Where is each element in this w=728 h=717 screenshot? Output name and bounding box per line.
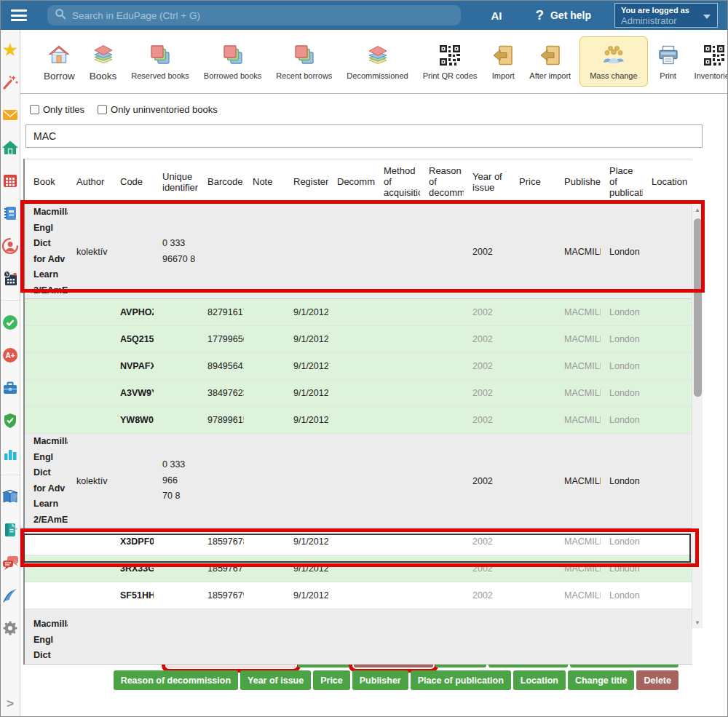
toolbar-item-borrow[interactable]: Borrow: [38, 37, 81, 87]
sidebar-item-star[interactable]: ★: [1, 33, 20, 66]
toolbar-item-decommissioned[interactable]: Decommissioned: [341, 38, 414, 85]
column-header-barcode[interactable]: Barcode: [199, 159, 244, 205]
column-header-book[interactable]: Book: [24, 159, 68, 205]
column-header-decomm[interactable]: Decomm: [328, 159, 375, 205]
global-search-input[interactable]: [72, 10, 422, 21]
scrollbar-thumb[interactable]: [694, 218, 702, 397]
table-row-title[interactable]: MacmillanEngl Dictfor AdvLearn2/EAmEkole…: [24, 434, 692, 528]
sidebar-item-shield-check[interactable]: [1, 404, 20, 437]
toolbar-item-reserved-books[interactable]: Reserved books: [125, 38, 195, 85]
sidebar-item-calendar-clock[interactable]: [1, 262, 20, 295]
column-header-registere[interactable]: Registere: [285, 159, 328, 205]
cell-year: 2002: [464, 528, 510, 555]
get-help-button[interactable]: ? Get help: [535, 7, 591, 23]
sidebar-item-magic-wand[interactable]: [1, 66, 20, 98]
global-search-box[interactable]: [47, 5, 461, 25]
toolbar-item-books[interactable]: Books: [84, 37, 123, 87]
column-header-method-of-acquisitic[interactable]: Method of acquisitic: [375, 159, 420, 205]
ai-button[interactable]: AI: [491, 9, 502, 22]
table-row-copy[interactable]: X3DPF0185976789/1/20122002MACMILL.London: [24, 528, 692, 555]
column-header-unique-identifier[interactable]: Unique identifier: [154, 159, 199, 205]
column-header-price[interactable]: Price: [510, 159, 555, 205]
table-row-copy[interactable]: SF51HH185976799/1/20122002MACMILL.London: [24, 582, 692, 609]
toolbar-item-inventories[interactable]: Inventories: [689, 38, 728, 85]
cell-publisher: MACMILL.: [555, 555, 601, 582]
button-reason-of-decommission[interactable]: Reason of decommission: [114, 670, 238, 690]
only-titles-checkbox[interactable]: [30, 105, 39, 114]
table-row-copy[interactable]: 3RX33G185976779/1/20122002MACMILL.London: [24, 555, 692, 582]
table-scrollbar[interactable]: ▲ ▼: [692, 205, 703, 628]
cell-year: 2002: [464, 555, 510, 582]
column-header-reason-of-decommi[interactable]: Reason of decommi: [420, 159, 464, 205]
sidebar-item-library-book[interactable]: >: [1, 480, 20, 513]
table-row-copy[interactable]: A5Q215177996569/1/20122002MACMILL.London: [24, 326, 692, 353]
cell-barcode: 18597677: [199, 555, 244, 582]
button-year-of-issue[interactable]: Year of issue: [240, 670, 311, 690]
sidebar-item-pen[interactable]: [1, 579, 20, 611]
magic-wand-icon: [1, 73, 20, 92]
sidebar-item-notebook[interactable]: [1, 197, 20, 229]
cell-author: kolektív: [68, 434, 111, 528]
button-price[interactable]: Price: [313, 670, 350, 690]
sidebar-item-timetable[interactable]: [1, 164, 20, 197]
cell-note: [244, 609, 285, 665]
column-header-code[interactable]: Code: [111, 159, 154, 205]
table-row-title[interactable]: MacmillanEngl Dict: [24, 609, 692, 665]
button-location[interactable]: Location: [513, 670, 566, 690]
toolbar-item-mass-change[interactable]: Mass change: [579, 36, 647, 87]
table-row-copy[interactable]: AVPHOZ827916179/1/20122002MACMILL.London: [24, 299, 692, 326]
sidebar-item-mail[interactable]: [1, 98, 20, 131]
cell-note: [244, 407, 285, 434]
sidebar-item-documents[interactable]: >: [1, 513, 20, 546]
column-header-location[interactable]: Location: [643, 159, 692, 205]
sidebar-item-bar-chart[interactable]: [1, 437, 20, 470]
sidebar-item-briefcase[interactable]: [1, 371, 20, 404]
toolbar-item-recent-borrows[interactable]: Recent borrows: [270, 38, 338, 85]
button-change-title[interactable]: Change title: [568, 670, 635, 690]
toolbar-item-print[interactable]: Print: [651, 38, 686, 85]
cell-year: 2002: [464, 407, 510, 434]
table-row-copy[interactable]: YW8W0Q978996159/1/20122002MACMILL.London: [24, 407, 692, 434]
toolbar-item-label: Inventories: [695, 71, 728, 80]
table-row-copy[interactable]: NVPAFX894956419/1/20122002MACMILL.London: [24, 353, 692, 380]
cell-price: [510, 380, 555, 407]
sidebar-item-messages[interactable]: >: [1, 546, 20, 579]
column-header-year-of-issue[interactable]: Year of issue: [464, 159, 510, 205]
sidebar-item-gear[interactable]: [1, 611, 20, 644]
sidebar-expand-chevron[interactable]: >: [1, 697, 20, 711]
only-uninventoried-filter[interactable]: Only uninventoried books: [98, 104, 218, 115]
cell-author: [68, 407, 111, 434]
get-help-label: Get help: [550, 9, 591, 21]
menu-icon[interactable]: [11, 7, 27, 24]
scroll-up-icon[interactable]: ▲: [692, 205, 703, 215]
sidebar-item-check-badge[interactable]: [1, 306, 20, 338]
column-header-publisher[interactable]: Publisher: [555, 159, 601, 205]
table-row-copy[interactable]: A3VW9Y384976239/1/20122002MACMILL.London: [24, 380, 692, 407]
scroll-down-icon[interactable]: ▼: [692, 617, 703, 628]
toolbar-item-borrowed-books[interactable]: Borrowed books: [198, 38, 268, 85]
column-header-place-of-publicatic[interactable]: Place of publicatic: [601, 159, 643, 205]
button-delete[interactable]: Delete: [636, 670, 678, 690]
toolbar-item-after-import[interactable]: After import: [523, 38, 577, 85]
sidebar-item-person[interactable]: [1, 229, 20, 262]
notebook-icon: [1, 204, 20, 223]
button-place-of-publication[interactable]: Place of publication: [411, 670, 511, 690]
sidebar-item-grades[interactable]: A+: [1, 338, 20, 371]
filter-row: Only titles Only uninventoried books: [30, 104, 728, 115]
button-publisher[interactable]: Publisher: [352, 670, 408, 690]
column-header-note[interactable]: Note: [244, 159, 285, 205]
table-row-title[interactable]: MacmillanEngl Dictfor AdvLearn2/EAmEkole…: [24, 205, 692, 299]
book-search-input[interactable]: [25, 124, 703, 148]
column-header-author[interactable]: Author: [68, 159, 111, 205]
toolbar-item-print-qr-codes[interactable]: Print QR codes: [417, 38, 483, 85]
mail-icon: [1, 106, 20, 124]
only-uninventoried-checkbox[interactable]: [98, 105, 107, 114]
toolbar-item-import[interactable]: Import: [486, 38, 521, 85]
cell-publisher: MACMILL.: [555, 353, 601, 380]
only-titles-filter[interactable]: Only titles: [30, 104, 84, 115]
timetable-icon: [1, 171, 20, 190]
sidebar-item-home[interactable]: [1, 131, 20, 164]
user-menu[interactable]: You are logged as Administrator: [614, 3, 718, 28]
cell-publisher: MACMILL.: [555, 326, 601, 353]
registered-value: 9/1/2012: [293, 307, 328, 317]
